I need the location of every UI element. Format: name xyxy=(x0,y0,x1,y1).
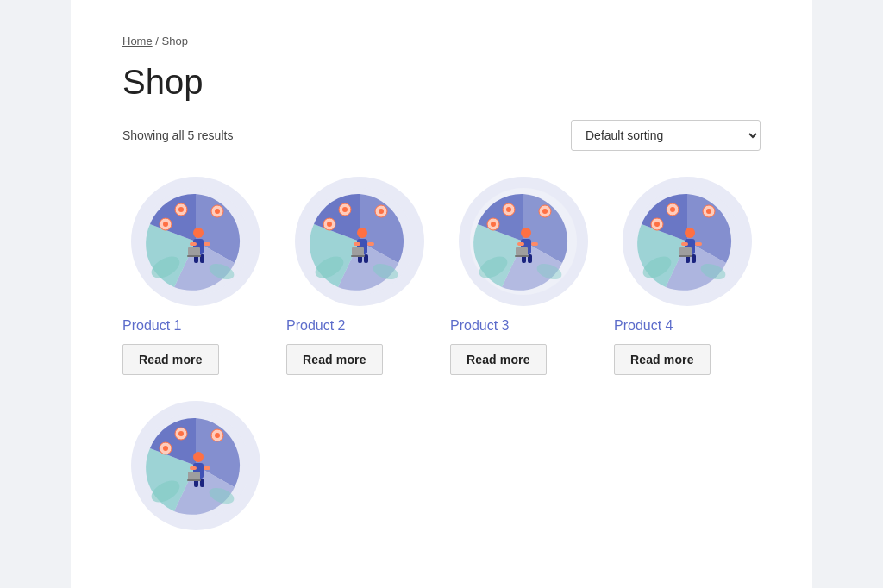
breadcrumb-home-link[interactable]: Home xyxy=(122,34,153,47)
product-image-2 xyxy=(286,177,433,306)
svg-point-80 xyxy=(163,446,168,451)
product-image-4 xyxy=(614,177,761,306)
product-name-1[interactable]: Product 1 xyxy=(122,318,181,334)
svg-point-54 xyxy=(685,228,695,238)
product-name-3[interactable]: Product 3 xyxy=(450,318,509,334)
svg-rect-10 xyxy=(187,255,201,257)
svg-rect-78 xyxy=(187,479,201,481)
breadcrumb: Home / Shop xyxy=(122,34,761,47)
product-illustration-1 xyxy=(131,177,260,306)
product-image-3 xyxy=(450,177,597,306)
svg-rect-56 xyxy=(681,242,688,246)
read-more-button-1[interactable]: Read more xyxy=(122,344,219,375)
svg-rect-74 xyxy=(204,466,210,470)
svg-point-12 xyxy=(163,222,168,227)
svg-rect-43 xyxy=(516,247,528,255)
product-illustration-2 xyxy=(295,177,424,306)
svg-point-65 xyxy=(670,207,675,212)
svg-rect-57 xyxy=(695,242,702,246)
product-name-2[interactable]: Product 2 xyxy=(286,318,345,334)
product-image-5 xyxy=(122,401,269,530)
product-card-4: Product 4 Read more xyxy=(614,177,761,375)
product-card-3: Product 3 Read more xyxy=(450,177,597,375)
products-grid-row2 xyxy=(122,401,761,542)
products-grid-row1: Product 1 Read more xyxy=(122,177,761,375)
breadcrumb-separator: / xyxy=(155,34,161,47)
shop-meta-row: Showing all 5 results Default sortingSor… xyxy=(122,120,761,151)
svg-point-20 xyxy=(357,228,367,238)
svg-rect-6 xyxy=(204,242,210,246)
svg-rect-5 xyxy=(190,242,197,246)
svg-point-14 xyxy=(178,207,184,212)
product-card-2: Product 2 Read more xyxy=(286,177,433,375)
svg-rect-60 xyxy=(679,247,692,255)
svg-point-82 xyxy=(178,431,184,436)
svg-rect-39 xyxy=(517,242,524,246)
svg-point-63 xyxy=(654,222,660,227)
svg-rect-77 xyxy=(188,472,200,479)
svg-point-31 xyxy=(342,207,348,212)
svg-point-48 xyxy=(506,207,511,212)
svg-point-84 xyxy=(215,433,220,438)
page-wrapper: Home / Shop Shop Showing all 5 results D… xyxy=(71,0,812,588)
product-illustration-3 xyxy=(459,177,588,306)
product-illustration-4 xyxy=(623,177,752,306)
svg-point-3 xyxy=(193,228,204,238)
svg-point-37 xyxy=(521,228,531,238)
svg-point-46 xyxy=(491,222,496,227)
breadcrumb-current: Shop xyxy=(162,34,188,47)
read-more-button-4[interactable]: Read more xyxy=(614,344,711,375)
svg-point-50 xyxy=(542,209,548,214)
svg-rect-26 xyxy=(352,247,364,255)
sorting-select[interactable]: Default sortingSort by popularitySort by… xyxy=(571,120,761,151)
read-more-button-3[interactable]: Read more xyxy=(450,344,547,375)
svg-point-16 xyxy=(215,209,220,214)
svg-rect-40 xyxy=(531,242,538,246)
svg-rect-9 xyxy=(188,247,200,255)
svg-rect-22 xyxy=(354,242,360,246)
svg-rect-44 xyxy=(515,255,529,257)
results-count: Showing all 5 results xyxy=(122,128,233,142)
product-image-1 xyxy=(122,177,269,306)
product-name-4[interactable]: Product 4 xyxy=(614,318,673,334)
svg-rect-61 xyxy=(679,255,692,257)
svg-point-67 xyxy=(706,209,711,214)
page-title: Shop xyxy=(122,61,761,103)
product-card-5 xyxy=(122,401,269,542)
svg-point-33 xyxy=(379,209,384,214)
product-illustration-5 xyxy=(131,401,260,530)
svg-point-29 xyxy=(327,222,332,227)
svg-rect-27 xyxy=(351,255,365,257)
product-card-1: Product 1 Read more xyxy=(122,177,269,375)
read-more-button-2[interactable]: Read more xyxy=(286,344,383,375)
svg-rect-23 xyxy=(367,242,374,246)
svg-rect-73 xyxy=(190,466,197,470)
svg-point-71 xyxy=(193,452,204,462)
